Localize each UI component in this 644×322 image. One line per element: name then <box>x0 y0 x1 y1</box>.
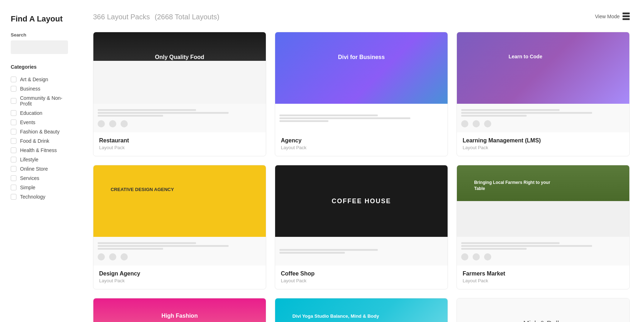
category-name-technology: Technology <box>20 194 45 200</box>
card-info-restaurant: Restaurant Layout Pack <box>93 132 266 156</box>
category-checkbox-education[interactable] <box>11 110 16 116</box>
card-lines <box>98 242 262 250</box>
line <box>98 248 163 250</box>
card-info-lms: Learning Management (LMS) Layout Pack <box>457 132 629 156</box>
category-item-health-fitness[interactable]: Health & Fitness <box>11 146 68 155</box>
category-checkbox-community[interactable] <box>11 98 16 104</box>
layout-card-mick-della[interactable]: Mick & Della Layout Pack <box>457 298 630 322</box>
category-checkbox-services[interactable] <box>11 175 16 181</box>
category-item-fashion-beauty[interactable]: Fashion & Beauty <box>11 127 68 136</box>
category-name-community: Community & Non-Profit <box>20 95 68 107</box>
card-image-agency <box>275 32 448 104</box>
view-mode-label: View Mode <box>595 14 620 19</box>
line <box>279 114 378 116</box>
card-lines <box>461 109 625 117</box>
category-name-lifestyle: Lifestyle <box>20 157 38 162</box>
search-input[interactable] <box>11 40 68 54</box>
category-name-services: Services <box>20 175 39 181</box>
card-info-coffee-shop: Coffee Shop Layout Pack <box>275 265 448 289</box>
card-info-design-agency: Design Agency Layout Pack <box>93 265 266 289</box>
card-image-restaurant <box>93 32 266 104</box>
card-icon <box>98 253 105 260</box>
card-icon <box>461 253 468 260</box>
category-item-services[interactable]: Services <box>11 174 68 183</box>
layout-card-fashion[interactable]: High Fashion Layout Pack <box>93 298 266 322</box>
category-checkbox-lifestyle[interactable] <box>11 157 16 162</box>
card-icon-row <box>461 253 625 260</box>
card-lines <box>98 109 262 117</box>
category-item-business[interactable]: Business <box>11 84 68 93</box>
category-name-events: Events <box>20 119 35 125</box>
pack-count-text: 366 Layout Packs <box>93 13 150 21</box>
categories-label: Categories <box>11 64 68 70</box>
card-image-coffee-shop <box>275 165 448 237</box>
layout-card-farmers-market[interactable]: Farmers Market Layout Pack <box>457 165 630 289</box>
card-subtitle-restaurant: Layout Pack <box>99 145 260 150</box>
category-item-simple[interactable]: Simple <box>11 183 68 192</box>
pack-count-container: 366 Layout Packs (2668 Total Layouts) <box>93 11 219 22</box>
card-icon <box>98 120 105 127</box>
card-icon <box>484 120 491 127</box>
category-checkbox-business[interactable] <box>11 86 16 92</box>
line <box>98 242 196 244</box>
card-subtitle-design-agency: Layout Pack <box>99 278 260 283</box>
layout-card-design-agency[interactable]: Design Agency Layout Pack <box>93 165 266 289</box>
line <box>279 117 410 119</box>
card-lower-lms <box>457 104 629 132</box>
category-checkbox-art-design[interactable] <box>11 77 16 82</box>
card-subtitle-agency: Layout Pack <box>281 145 442 150</box>
card-title-design-agency: Design Agency <box>99 270 260 277</box>
category-item-events[interactable]: Events <box>11 118 68 127</box>
category-checkbox-online-store[interactable] <box>11 166 16 172</box>
category-checkbox-simple[interactable] <box>11 185 16 190</box>
category-item-community[interactable]: Community & Non-Profit <box>11 93 68 108</box>
category-item-lifestyle[interactable]: Lifestyle <box>11 155 68 164</box>
card-lines <box>279 114 443 122</box>
card-subtitle-lms: Layout Pack <box>463 145 624 150</box>
pack-count: 366 Layout Packs (2668 Total Layouts) <box>93 11 219 21</box>
card-icon <box>109 120 116 127</box>
category-name-online-store: Online Store <box>20 166 48 172</box>
category-item-online-store[interactable]: Online Store <box>11 164 68 174</box>
line <box>461 109 560 111</box>
category-checkbox-food-drink[interactable] <box>11 138 16 144</box>
category-item-food-drink[interactable]: Food & Drink <box>11 136 68 146</box>
category-checkbox-fashion-beauty[interactable] <box>11 129 16 135</box>
category-checkbox-health-fitness[interactable] <box>11 147 16 153</box>
card-title-lms: Learning Management (LMS) <box>463 137 624 144</box>
card-icon <box>484 253 491 260</box>
category-checkbox-events[interactable] <box>11 119 16 125</box>
card-title-farmers-market: Farmers Market <box>463 270 624 277</box>
layout-card-restaurant[interactable]: Restaurant Layout Pack <box>93 32 266 156</box>
card-image-farmers-market <box>457 165 629 237</box>
layout-card-lms[interactable]: Learning Management (LMS) Layout Pack <box>457 32 630 156</box>
category-name-health-fitness: Health & Fitness <box>20 147 57 153</box>
line <box>98 112 229 114</box>
category-item-technology[interactable]: Technology <box>11 192 68 201</box>
card-image-design-agency <box>93 165 266 237</box>
line <box>461 115 527 117</box>
card-lower-farmers-market <box>457 237 629 265</box>
card-lower-agency <box>275 104 448 132</box>
line <box>279 252 345 254</box>
category-name-education: Education <box>20 110 42 116</box>
view-mode-button[interactable]: View Mode <box>595 13 630 20</box>
category-item-art-design[interactable]: Art & Design <box>11 75 68 84</box>
sidebar-title: Find A Layout <box>11 14 68 24</box>
card-title-restaurant: Restaurant <box>99 137 260 144</box>
total-layouts: (2668 Total Layouts) <box>155 13 219 21</box>
category-checkbox-technology[interactable] <box>11 194 16 200</box>
category-name-simple: Simple <box>20 185 35 190</box>
card-icon-row <box>98 253 262 260</box>
line <box>98 115 163 117</box>
category-item-education[interactable]: Education <box>11 108 68 118</box>
layout-card-agency[interactable]: Agency Layout Pack <box>275 32 448 156</box>
main-content: 366 Layout Packs (2668 Total Layouts) Vi… <box>79 0 644 322</box>
layout-card-coffee-shop[interactable]: Coffee Shop Layout Pack <box>275 165 448 289</box>
card-lines <box>279 249 443 254</box>
card-image-fashion <box>93 298 266 322</box>
card-icon-row <box>98 120 262 127</box>
category-name-fashion-beauty: Fashion & Beauty <box>20 129 60 135</box>
layout-card-yoga[interactable]: Yoga Studio Layout Pack <box>275 298 448 322</box>
card-icon <box>121 120 128 127</box>
